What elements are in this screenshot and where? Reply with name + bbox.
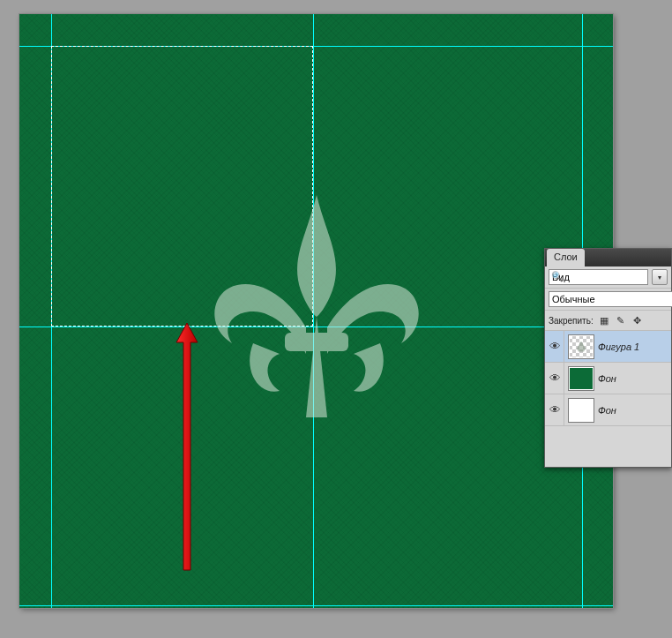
panel-tab-bar: Слои — [545, 249, 671, 266]
layer-row[interactable]: 👁 Фон — [545, 394, 671, 426]
svg-rect-0 — [285, 333, 348, 351]
blend-mode-select[interactable] — [549, 291, 672, 307]
layers-panel-footer — [545, 426, 671, 467]
eye-icon: 👁 — [549, 340, 561, 353]
move-lock-icon[interactable]: ✥ — [631, 313, 645, 327]
brush-lock-icon[interactable]: ✎ — [614, 313, 628, 327]
workspace: Слои 🔍 ▾ Закрепить: ▦ ✎ ✥ — [0, 0, 672, 638]
layer-thumbnail[interactable] — [568, 334, 594, 359]
layer-row[interactable]: 👁 Фон — [545, 363, 671, 394]
eye-icon: 👁 — [549, 372, 561, 385]
layer-filter-input[interactable] — [549, 269, 648, 285]
eye-icon: 👁 — [549, 403, 561, 417]
fleur-de-lis-shape — [184, 179, 449, 444]
layer-name[interactable]: Фон — [598, 373, 669, 384]
visibility-toggle[interactable]: 👁 — [547, 363, 564, 394]
layer-filter-row: 🔍 ▾ — [545, 266, 671, 289]
layers-list: 👁 Фигура 1 👁 Фон 👁 Фон — [545, 331, 671, 426]
lock-row: Закрепить: ▦ ✎ ✥ — [545, 311, 671, 331]
chevron-updown-icon: ▾ — [658, 274, 661, 281]
tab-layers[interactable]: Слои — [547, 249, 585, 266]
lock-label: Закрепить: — [549, 316, 594, 326]
layer-name[interactable]: Фигура 1 — [598, 342, 669, 352]
layers-panel[interactable]: Слои 🔍 ▾ Закрепить: ▦ ✎ ✥ — [544, 248, 672, 468]
visibility-toggle[interactable]: 👁 — [547, 394, 564, 425]
blend-mode-row — [545, 289, 671, 311]
filter-options-button[interactable]: ▾ — [652, 269, 668, 285]
layer-thumbnail[interactable] — [568, 398, 594, 423]
visibility-toggle[interactable]: 👁 — [547, 331, 564, 362]
layer-name[interactable]: Фон — [598, 405, 669, 416]
layer-row[interactable]: 👁 Фигура 1 — [545, 331, 671, 363]
layer-thumbnail[interactable] — [568, 366, 594, 391]
guide-vertical[interactable] — [51, 14, 52, 608]
guide-horizontal[interactable] — [19, 605, 613, 606]
canvas[interactable] — [19, 14, 613, 608]
transparency-lock-icon[interactable]: ▦ — [597, 313, 611, 327]
guide-horizontal[interactable] — [19, 46, 613, 47]
